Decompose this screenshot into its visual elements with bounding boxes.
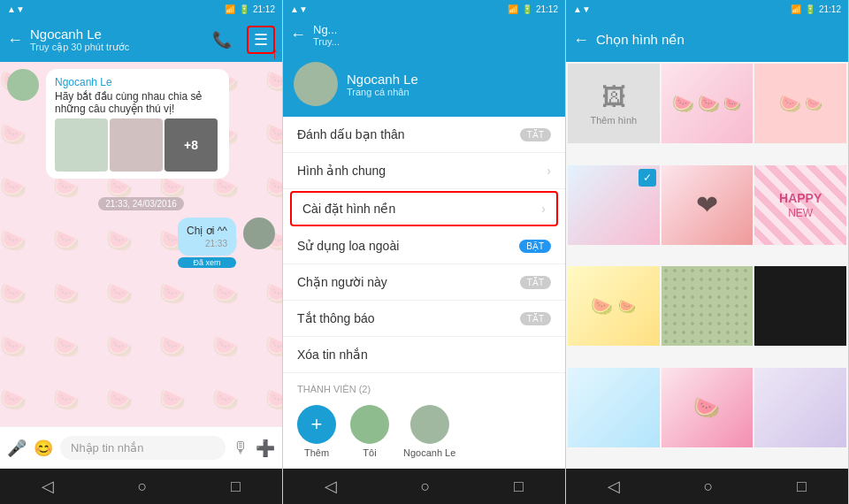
sent-bubble-wrapper: Chị ơi ^^ 21:33 Đã xem [178, 218, 236, 268]
nav-back-2[interactable]: ◁ [325, 477, 337, 496]
chat-title-area: Ngocanh Le Truy cập 30 phút trước [30, 27, 201, 53]
menu-item-photos[interactable]: Hình ảnh chung › [283, 153, 565, 189]
member-add[interactable]: + Thêm [297, 405, 336, 458]
nav-back-1[interactable]: ◁ [42, 477, 54, 496]
status-bar-1: ▲▼ 📶 🔋 21:12 [0, 0, 282, 18]
toggle-favorite[interactable]: TẮT [520, 128, 551, 141]
wallpaper-2[interactable]: 🍉🍉 [754, 64, 846, 143]
sent-message-row: Chị ơi ^^ 21:33 Đã xem [7, 218, 275, 268]
menu-partial-name: Ng... [313, 23, 558, 36]
wallpaper-4[interactable]: ❤ [662, 165, 753, 245]
wallpaper-7[interactable] [662, 266, 753, 346]
wallpaper-6[interactable]: 🍉🍉 [568, 266, 660, 346]
chat-header: ← Ngocanh Le Truy cập 30 phút trước 📞 ☰ [0, 18, 282, 62]
member-me-avatar [350, 405, 389, 444]
msg-text: Hãy bắt đầu cùng nhau chia sẻ những câu … [55, 90, 220, 115]
sent-avatar [243, 218, 275, 249]
menu-item-mute[interactable]: Tắt thông báo TẮT [283, 301, 565, 337]
call-button[interactable]: 📞 [208, 26, 236, 54]
add-attachment-icon[interactable]: ➕ [256, 439, 275, 458]
nav-bar-1: ◁ ○ □ [0, 469, 282, 504]
nav-bar-3: ◁ ○ □ [566, 469, 848, 504]
chat-body: Ngocanh Le Hãy bắt đầu cùng nhau chia sẻ… [0, 62, 282, 426]
menu-item-label-wallpaper: Cài đặt hình nền [302, 202, 541, 216]
menu-item-favorite[interactable]: Đánh dấu bạn thân TẮT [283, 117, 565, 153]
received-message-row: Ngocanh Le Hãy bắt đầu cùng nhau chia sẻ… [7, 69, 275, 186]
wallpaper-header: ← Chọn hình nền [566, 18, 848, 62]
nav-home-2[interactable]: ○ [421, 477, 431, 496]
menu-item-block[interactable]: Chặn người này TẮT [283, 264, 565, 301]
nav-home-1[interactable]: ○ [138, 477, 148, 496]
menu-item-label-delete: Xóa tin nhắn [297, 347, 551, 362]
battery-3: 🔋 [805, 4, 815, 14]
menu-item-label-favorite: Đánh dấu bạn thân [297, 127, 520, 141]
nav-recent-3[interactable]: □ [797, 477, 807, 496]
wallpaper-9[interactable] [568, 368, 660, 447]
nav-home-3[interactable]: ○ [704, 477, 714, 496]
wallpaper-title: Chọn hình nền [596, 32, 841, 48]
wallpaper-back-button[interactable]: ← [573, 31, 589, 50]
microphone-icon[interactable]: 🎤 [7, 439, 27, 458]
arrow-indicator: ↑ [271, 44, 279, 63]
message-input[interactable]: Nhập tin nhắn [60, 436, 226, 460]
signal-2: 📶 [508, 4, 518, 14]
member-ngocanh-avatar [410, 405, 449, 444]
signal-3: 📶 [791, 4, 801, 14]
toggle-block[interactable]: TẮT [520, 276, 551, 289]
wallpaper-3[interactable]: ✓ [568, 165, 660, 245]
add-photo-icon: 🖼 [601, 82, 626, 111]
menu-partial-subtitle: Truy... [313, 36, 558, 47]
menu-item-speaker[interactable]: Sử dụng loa ngoài BẬT [283, 228, 565, 264]
status-bar-3: ▲▼ 📶 🔋 21:12 [566, 0, 848, 18]
toggle-mute[interactable]: TẮT [520, 312, 551, 325]
menu-item-delete[interactable]: Xóa tin nhắn [283, 337, 565, 373]
back-button[interactable]: ← [7, 31, 23, 50]
profile-top: Ngocanh Le Trang cá nhân [283, 51, 565, 117]
nav-bar-2: ◁ ○ □ [283, 469, 565, 504]
signal-bars: 📶 [225, 4, 235, 14]
nav-back-3[interactable]: ◁ [608, 477, 620, 496]
sent-bubble: Chị ơi ^^ 21:33 [178, 218, 236, 256]
emoji-icon[interactable]: 😊 [34, 439, 53, 458]
menu-back-button[interactable]: ← [290, 26, 306, 44]
network-icon-2: ▲▼ [290, 4, 308, 14]
wallpaper-10[interactable]: 🍉 [662, 368, 753, 447]
msg-sender-name: Ngocanh Le [55, 76, 220, 88]
photo-3-more: +8 [164, 118, 218, 172]
menu-panel: ▲▼ 📶 🔋 21:12 ← Ng... Truy... Ngocanh Le … [283, 0, 566, 504]
chat-contact-subtitle: Truy cập 30 phút trước [30, 42, 201, 53]
network-icon: ▲▼ [7, 4, 25, 14]
member-name-me: Tôi [363, 447, 376, 458]
battery-2: 🔋 [522, 4, 532, 14]
chevron-wallpaper: › [541, 202, 546, 216]
members-section: THÀNH VIÊN (2) + Thêm Tôi Ngocanh Le [283, 373, 565, 469]
nav-recent-1[interactable]: □ [231, 477, 241, 496]
member-ngocanh[interactable]: Ngocanh Le [403, 405, 455, 458]
photo-2 [110, 118, 163, 172]
wallpaper-1[interactable]: 🍉🍉🍉 [662, 64, 753, 143]
wallpaper-8[interactable] [754, 266, 846, 346]
menu-item-label-mute: Tắt thông báo [297, 311, 520, 325]
profile-subtitle: Trang cá nhân [347, 87, 418, 97]
mic-icon-right[interactable]: 🎙 [233, 439, 249, 457]
member-name-add: Thêm [304, 447, 329, 458]
add-member-avatar: + [297, 405, 336, 444]
wallpaper-11[interactable] [754, 368, 846, 447]
wallpaper-panel: ▲▼ 📶 🔋 21:12 ← Chọn hình nền 🖼 Thêm hình… [566, 0, 849, 504]
add-wallpaper[interactable]: 🖼 Thêm hình [568, 64, 660, 143]
menu-item-wallpaper[interactable]: Cài đặt hình nền › [290, 191, 558, 226]
wallpaper-selected-check: ✓ [639, 169, 656, 187]
time-1: 21:12 [253, 4, 275, 14]
seen-badge: Đã xem [178, 257, 236, 268]
wallpaper-5[interactable]: HAPPY NEW [754, 165, 846, 245]
toggle-speaker[interactable]: BẬT [519, 240, 551, 253]
battery-icon: 🔋 [239, 4, 249, 14]
wallpaper-grid: 🖼 Thêm hình 🍉🍉🍉 🍉🍉 ✓ ❤ HAP [566, 62, 848, 469]
member-me[interactable]: Tôi [350, 405, 389, 458]
nav-recent-2[interactable]: □ [514, 477, 524, 496]
menu-partial-title: Ng... Truy... [313, 23, 558, 47]
header-icons: 📞 ☰ [208, 26, 275, 54]
sender-avatar [7, 69, 39, 101]
menu-item-label-block: Chặn người này [297, 275, 520, 289]
wallpaper-title-area: Chọn hình nền [596, 32, 841, 48]
